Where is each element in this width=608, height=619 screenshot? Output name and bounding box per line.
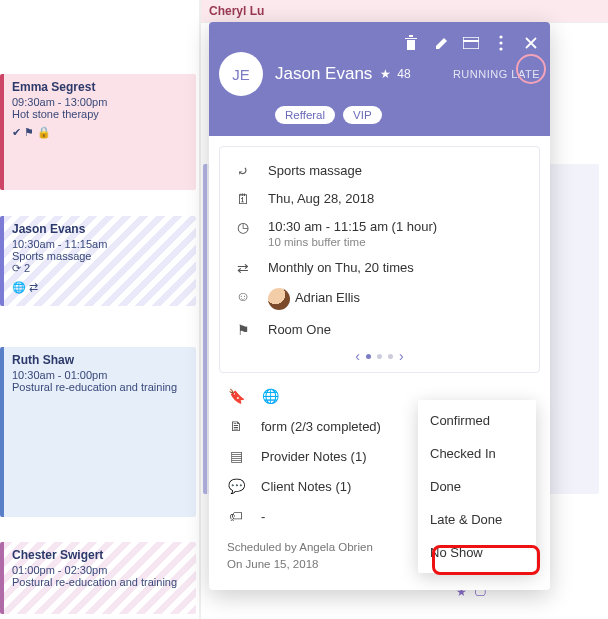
svg-point-3 xyxy=(499,41,502,44)
person-icon: ☺ xyxy=(234,288,252,304)
event-subtitle: Postural re-education and training xyxy=(12,576,188,588)
chip[interactable]: Refferal xyxy=(275,106,335,124)
status-option-confirmed[interactable]: Confirmed xyxy=(418,404,536,437)
clock-icon: ◷ xyxy=(234,219,252,235)
event-time: 10:30am - 01:00pm xyxy=(12,369,188,381)
appointment-popover: JE Jason Evans ★ 48 RUNNING LATE Reffera… xyxy=(209,22,550,590)
detail-date: 🗓 Thu, Aug 28, 2018 xyxy=(226,185,533,213)
close-icon[interactable] xyxy=(522,34,540,52)
star-icon: ★ xyxy=(380,67,391,81)
detail-text: 10:30 am - 11:15 am (1 hour) xyxy=(268,219,437,234)
event-card[interactable]: Jason Evans 10:30am - 11:15am Sports mas… xyxy=(0,216,196,306)
repeat-icon: ⇄ xyxy=(234,260,252,276)
event-subtitle: Postural re-education and training xyxy=(12,381,188,393)
detail-recurrence: ⇄ Monthly on Thu, 20 times xyxy=(226,254,533,282)
edit-icon[interactable] xyxy=(432,34,450,52)
detail-service: ⤾ Sports massage xyxy=(226,157,533,185)
appointment-details-card: ⤾ Sports massage 🗓 Thu, Aug 28, 2018 ◷ 1… xyxy=(219,146,540,373)
payment-icon[interactable] xyxy=(462,34,480,52)
provider-avatar xyxy=(268,288,290,310)
event-status-icons: 🌐 ⇄ xyxy=(12,281,188,294)
service-icon: ⤾ xyxy=(234,163,252,179)
delete-icon[interactable] xyxy=(402,34,420,52)
status-option-checkedin[interactable]: Checked In xyxy=(418,437,536,470)
meta-text: Client Notes (1) xyxy=(261,479,351,494)
detail-pager: ‹ › xyxy=(226,344,533,366)
column-header[interactable]: Cheryl Lu xyxy=(201,0,608,23)
event-card[interactable]: Ruth Shaw 10:30am - 01:00pm Postural re-… xyxy=(0,347,196,517)
detail-provider: ☺ Adrian Ellis xyxy=(226,282,533,316)
event-time: 09:30am - 13:00pm xyxy=(12,96,188,108)
status-option-noshow[interactable]: No Show xyxy=(418,536,536,569)
event-title: Jason Evans xyxy=(12,222,188,236)
calendar-column-left: Emma Segrest 09:30am - 13:00pm Hot stone… xyxy=(0,0,200,619)
pager-prev[interactable]: ‹ xyxy=(355,348,360,364)
globe-icon: 🌐 xyxy=(261,388,279,404)
meta-text: form (2/3 completed) xyxy=(261,419,381,434)
pager-dot[interactable] xyxy=(377,354,382,359)
event-card[interactable]: Emma Segrest 09:30am - 13:00pm Hot stone… xyxy=(0,74,196,190)
detail-room: ⚑ Room One xyxy=(226,316,533,344)
event-title: Chester Swigert xyxy=(12,548,188,562)
event-time: 01:00pm - 02:30pm xyxy=(12,564,188,576)
pager-next[interactable]: › xyxy=(399,348,404,364)
event-card[interactable]: Chester Swigert 01:00pm - 02:30pm Postur… xyxy=(0,542,196,614)
event-status-icons: ✔ ⚑ 🔒 xyxy=(12,126,188,139)
popover-header: JE Jason Evans ★ 48 RUNNING LATE Reffera… xyxy=(209,22,550,136)
avatar[interactable]: JE xyxy=(219,52,263,96)
event-subtitle: Hot stone therapy xyxy=(12,108,188,120)
more-icon[interactable] xyxy=(492,34,510,52)
bookmark-icon: 🔖 xyxy=(227,388,245,404)
chip[interactable]: VIP xyxy=(343,106,382,124)
meta-text: Provider Notes (1) xyxy=(261,449,366,464)
client-id-row: JE Jason Evans ★ 48 RUNNING LATE xyxy=(219,52,540,96)
client-status: RUNNING LATE xyxy=(453,68,540,80)
detail-time: ◷ 10:30 am - 11:15 am (1 hour) 10 mins b… xyxy=(226,213,533,254)
provider-name: Adrian Ellis xyxy=(295,290,360,305)
detail-text: Sports massage xyxy=(268,163,362,178)
client-age: 48 xyxy=(397,67,410,81)
calendar-icon: 🗓 xyxy=(234,191,252,207)
meta-text: - xyxy=(261,509,265,524)
detail-subtext: 10 mins buffer time xyxy=(268,236,437,248)
event-time: 10:30am - 11:15am xyxy=(12,238,188,250)
popover-toolbar xyxy=(219,32,540,54)
svg-rect-0 xyxy=(463,37,479,49)
form-icon: 🗎 xyxy=(227,418,245,434)
event-title: Ruth Shaw xyxy=(12,353,188,367)
client-chips: Refferal VIP xyxy=(275,106,540,124)
svg-rect-1 xyxy=(463,40,479,42)
status-option-latedone[interactable]: Late & Done xyxy=(418,503,536,536)
status-menu: Confirmed Checked In Done Late & Done No… xyxy=(418,400,536,573)
event-subtitle: Sports massage xyxy=(12,250,188,262)
chat-icon: 💬 xyxy=(227,478,245,494)
detail-text: Monthly on Thu, 20 times xyxy=(268,260,414,275)
tag-icon: 🏷 xyxy=(227,508,245,524)
event-extra: ⟳ 2 xyxy=(12,262,188,275)
client-name[interactable]: Jason Evans xyxy=(275,64,372,84)
event-title: Emma Segrest xyxy=(12,80,188,94)
status-option-done[interactable]: Done xyxy=(418,470,536,503)
svg-point-4 xyxy=(499,47,502,50)
detail-text: Thu, Aug 28, 2018 xyxy=(268,191,374,206)
pager-dot[interactable] xyxy=(388,354,393,359)
note-icon: ▤ xyxy=(227,448,245,464)
pager-dot[interactable] xyxy=(366,354,371,359)
svg-point-2 xyxy=(499,35,502,38)
room-icon: ⚑ xyxy=(234,322,252,338)
detail-text: Room One xyxy=(268,322,331,337)
